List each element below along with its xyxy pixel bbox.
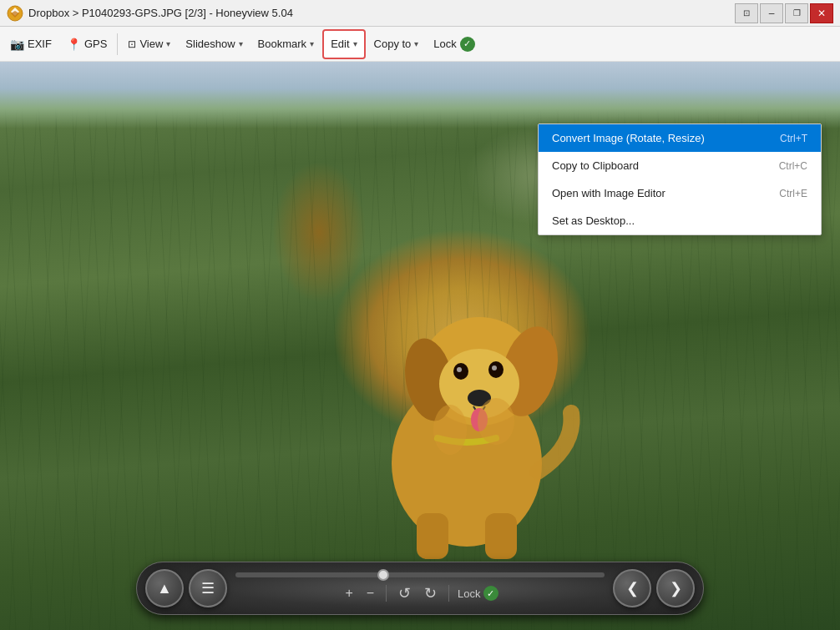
- menu-lock[interactable]: Lock ✓: [427, 31, 481, 58]
- image-area: Convert Image (Rotate, Resize) Ctrl+T Co…: [0, 62, 840, 630]
- zoom-in-button[interactable]: +: [342, 584, 356, 602]
- zoom-slider-area: + − ↺ ↻ Lock ✓: [235, 572, 605, 604]
- menu-view[interactable]: ⊡ View ▾: [121, 31, 177, 58]
- minimize-button[interactable]: –: [760, 3, 783, 23]
- sky-area: [0, 62, 840, 129]
- menu-item-open-editor[interactable]: Open with Image Editor Ctrl+E: [539, 179, 821, 207]
- dog-image-content: [350, 263, 584, 563]
- copy-clipboard-label: Copy to Clipboard: [552, 159, 639, 172]
- view-arrow-icon: ▾: [166, 39, 170, 48]
- copyto-label: Copy to: [374, 38, 412, 50]
- title-bar-left: Dropbox > P1040293-GPS.JPG [2/3] - Honey…: [7, 5, 293, 22]
- exif-label: EXIF: [28, 38, 52, 50]
- edit-arrow-icon: ▾: [353, 39, 357, 48]
- menu-item-convert[interactable]: Convert Image (Rotate, Resize) Ctrl+T: [539, 124, 821, 152]
- hamburger-icon: ☰: [201, 579, 215, 597]
- copy-clipboard-shortcut: Ctrl+C: [779, 160, 807, 172]
- slideshow-label: Slideshow: [185, 38, 235, 50]
- convert-image-label: Convert Image (Rotate, Resize): [552, 132, 705, 144]
- menu-bar: 📷 EXIF 📍 GPS ⊡ View ▾ Slideshow ▾ Bookma…: [0, 27, 840, 62]
- lock-text: Lock: [458, 587, 480, 600]
- set-desktop-label: Set as Desktop...: [552, 214, 635, 227]
- toolbar-divider-1: [386, 585, 387, 602]
- camera-icon: 📷: [10, 38, 24, 51]
- menu-copyto[interactable]: Copy to ▾: [367, 31, 426, 58]
- edit-dropdown-menu: Convert Image (Rotate, Resize) Ctrl+T Co…: [538, 123, 822, 235]
- open-editor-label: Open with Image Editor: [552, 187, 665, 199]
- toolbar-right-buttons: ❮ ❯: [613, 569, 695, 607]
- svg-point-16: [433, 405, 467, 455]
- toolbar-left-buttons: ▲ ☰: [145, 569, 227, 607]
- menu-separator-1: [117, 33, 118, 55]
- bottom-toolbar: ▲ ☰ + − ↺ ↻ Lock ✓: [136, 562, 704, 615]
- menu-bookmark[interactable]: Bookmark ▾: [251, 31, 321, 58]
- menu-gps[interactable]: 📍 GPS: [60, 31, 114, 58]
- zoom-slider-thumb[interactable]: [377, 569, 389, 581]
- svg-point-17: [478, 398, 514, 445]
- lock-status: Lock ✓: [458, 586, 498, 601]
- eject-button[interactable]: ▲: [145, 569, 184, 607]
- lock-check-icon: ✓: [460, 37, 475, 52]
- menu-edit[interactable]: Edit ▾: [324, 31, 363, 58]
- prev-icon: ❮: [626, 579, 639, 597]
- edit-btn-wrapper: Edit ▾: [322, 29, 365, 59]
- title-bar: Dropbox > P1040293-GPS.JPG [2/3] - Honey…: [0, 0, 840, 27]
- slideshow-arrow-icon: ▾: [239, 39, 243, 48]
- rotate-left-button[interactable]: ↺: [395, 582, 414, 604]
- close-button[interactable]: ✕: [810, 3, 833, 23]
- svg-rect-14: [417, 513, 448, 559]
- menu-item-set-desktop[interactable]: Set as Desktop...: [539, 207, 821, 234]
- title-bar-text: Dropbox > P1040293-GPS.JPG [2/3] - Honey…: [28, 7, 293, 19]
- app-logo-icon: [7, 5, 23, 22]
- view-icon: ⊡: [128, 38, 136, 50]
- menu-exif[interactable]: 📷 EXIF: [3, 31, 58, 58]
- view-label: View: [139, 38, 163, 50]
- rotate-right-button[interactable]: ↻: [421, 582, 440, 604]
- gps-pin-icon: 📍: [67, 38, 81, 51]
- open-editor-shortcut: Ctrl+E: [779, 188, 807, 199]
- next-button[interactable]: ❯: [656, 569, 695, 607]
- gps-label: GPS: [84, 38, 107, 50]
- bookmark-arrow-icon: ▾: [310, 39, 314, 48]
- restore-button[interactable]: ❐: [785, 3, 808, 23]
- eject-icon: ▲: [157, 580, 172, 597]
- toolbar-divider-2: [448, 585, 449, 602]
- svg-point-13: [492, 365, 497, 370]
- svg-point-12: [457, 367, 462, 372]
- window-extras-icon[interactable]: ⊡: [735, 3, 758, 23]
- zoom-slider-track[interactable]: [235, 572, 605, 577]
- copyto-arrow-icon: ▾: [414, 39, 418, 48]
- edit-label: Edit: [331, 38, 349, 50]
- bookmark-label: Bookmark: [258, 38, 307, 50]
- svg-rect-15: [485, 513, 517, 559]
- menu-slideshow[interactable]: Slideshow ▾: [179, 31, 249, 58]
- lock-check-icon: ✓: [483, 586, 498, 601]
- menu-button[interactable]: ☰: [189, 569, 227, 607]
- prev-button[interactable]: ❮: [613, 569, 651, 607]
- lock-label: Lock: [433, 38, 456, 50]
- toolbar-action-row: + − ↺ ↻ Lock ✓: [342, 582, 498, 604]
- next-icon: ❯: [670, 579, 682, 597]
- convert-shortcut: Ctrl+T: [780, 133, 807, 144]
- title-bar-controls: ⊡ – ❐ ✕: [735, 3, 833, 23]
- zoom-out-button[interactable]: −: [363, 584, 377, 602]
- menu-item-copy-clipboard[interactable]: Copy to Clipboard Ctrl+C: [539, 152, 821, 179]
